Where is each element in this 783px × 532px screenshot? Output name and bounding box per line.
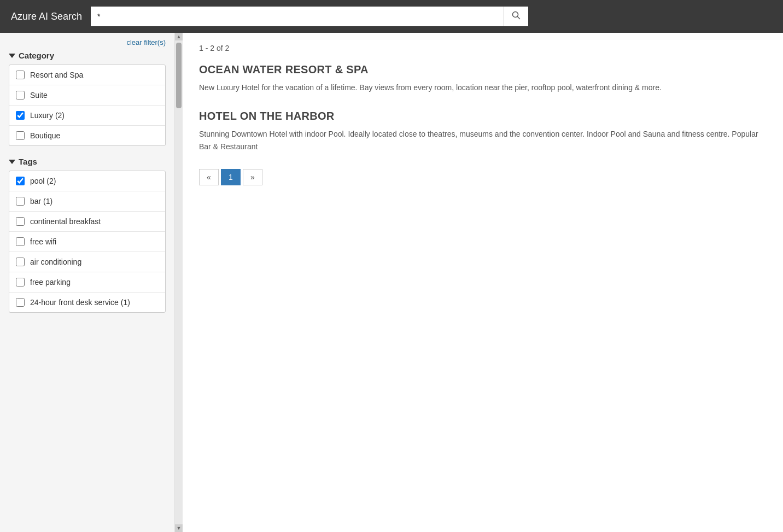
scroll-track: ▲ ▼ — [175, 33, 183, 532]
tag-item-pool[interactable]: pool (2) — [9, 171, 165, 191]
category-item-boutique[interactable]: Boutique — [9, 126, 165, 145]
tag-item-bar[interactable]: bar (1) — [9, 191, 165, 212]
result-description-1: New Luxury Hotel for the vacation of a l… — [199, 81, 767, 93]
clear-filters-link[interactable]: clear filter(s) — [9, 38, 166, 46]
result-description-2: Stunning Downtown Hotel with indoor Pool… — [199, 128, 767, 153]
tag-label-continental-breakfast: continental breakfast — [30, 217, 101, 226]
category-checkbox-luxury[interactable] — [16, 111, 25, 120]
tag-label-air-conditioning: air conditioning — [30, 258, 81, 266]
pagination: « 1 » — [199, 169, 767, 185]
category-checkbox-boutique[interactable] — [16, 131, 25, 140]
result-item-1: OCEAN WATER RESORT & SPA New Luxury Hote… — [199, 63, 767, 93]
pagination-page-1[interactable]: 1 — [221, 169, 241, 185]
category-item-luxury[interactable]: Luxury (2) — [9, 106, 165, 126]
results-count: 1 - 2 of 2 — [199, 44, 767, 52]
pagination-prev[interactable]: « — [199, 169, 219, 185]
tag-checkbox-bar[interactable] — [16, 197, 25, 206]
tag-item-free-wifi[interactable]: free wifi — [9, 232, 165, 252]
search-icon — [512, 11, 521, 20]
sidebar: clear filter(s) Category Resort and Spa … — [0, 33, 175, 532]
tag-item-front-desk[interactable]: 24-hour front desk service (1) — [9, 293, 165, 312]
tags-collapse-icon — [9, 160, 15, 164]
category-label-resort: Resort and Spa — [30, 71, 83, 79]
tag-label-front-desk: 24-hour front desk service (1) — [30, 298, 130, 307]
result-title-1: OCEAN WATER RESORT & SPA — [199, 63, 767, 76]
main-content: 1 - 2 of 2 OCEAN WATER RESORT & SPA New … — [183, 33, 783, 532]
category-collapse-icon — [9, 54, 15, 58]
category-item-resort[interactable]: Resort and Spa — [9, 65, 165, 85]
category-label-suite: Suite — [30, 91, 48, 100]
tag-item-air-conditioning[interactable]: air conditioning — [9, 252, 165, 272]
category-label-luxury: Luxury (2) — [30, 111, 65, 120]
category-checkbox-suite[interactable] — [16, 91, 25, 100]
tag-label-free-parking: free parking — [30, 278, 71, 287]
app-title: Azure AI Search — [11, 11, 82, 22]
tag-checkbox-front-desk[interactable] — [16, 298, 25, 307]
category-checkbox-resort[interactable] — [16, 71, 25, 79]
search-button[interactable] — [504, 7, 528, 26]
tag-label-free-wifi: free wifi — [30, 237, 56, 246]
main-layout: clear filter(s) Category Resort and Spa … — [0, 33, 783, 532]
tag-checkbox-pool[interactable] — [16, 177, 25, 185]
tags-section-title: Tags — [9, 157, 166, 166]
tag-item-continental-breakfast[interactable]: continental breakfast — [9, 212, 165, 232]
search-input[interactable] — [91, 7, 504, 26]
tag-checkbox-free-wifi[interactable] — [16, 237, 25, 246]
tags-filter-list: pool (2) bar (1) continental breakfast f… — [9, 171, 166, 313]
result-item-2: HOTEL ON THE HARBOR Stunning Downtown Ho… — [199, 110, 767, 153]
category-section-title: Category — [9, 51, 166, 60]
pagination-next[interactable]: » — [243, 169, 262, 185]
svg-line-1 — [518, 17, 520, 19]
category-item-suite[interactable]: Suite — [9, 85, 165, 106]
category-label-boutique: Boutique — [30, 131, 60, 140]
tag-checkbox-free-parking[interactable] — [16, 278, 25, 287]
scroll-up-arrow[interactable]: ▲ — [175, 33, 183, 40]
tag-label-bar: bar (1) — [30, 197, 52, 206]
tag-checkbox-continental-breakfast[interactable] — [16, 217, 25, 226]
tag-label-pool: pool (2) — [30, 177, 56, 185]
category-filter-list: Resort and Spa Suite Luxury (2) Boutique — [9, 65, 166, 146]
search-bar — [91, 7, 528, 26]
tag-item-free-parking[interactable]: free parking — [9, 272, 165, 293]
scroll-down-arrow[interactable]: ▼ — [175, 524, 183, 532]
scroll-thumb[interactable] — [176, 43, 182, 108]
header: Azure AI Search — [0, 0, 783, 33]
result-title-2: HOTEL ON THE HARBOR — [199, 110, 767, 122]
tag-checkbox-air-conditioning[interactable] — [16, 258, 25, 266]
